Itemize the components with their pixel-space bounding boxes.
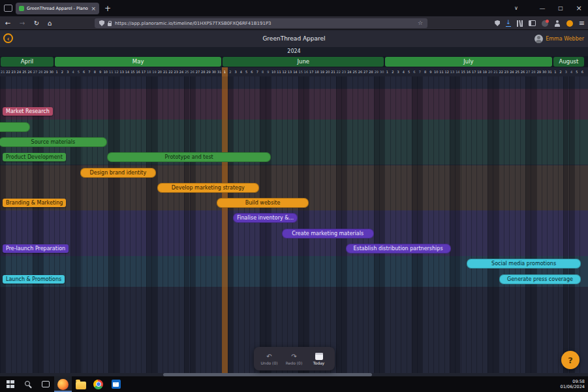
task-bar[interactable]: Design brand identity (80, 168, 156, 178)
day-label: 29 (536, 67, 542, 76)
app-back-button[interactable]: ‹ (3, 33, 13, 43)
outlook-button[interactable] (107, 376, 125, 392)
task-bar[interactable]: Build website (217, 198, 309, 208)
day-label: 24 (347, 67, 352, 76)
day-column (569, 76, 574, 373)
new-tab-button[interactable]: + (102, 0, 114, 16)
task-bar[interactable]: Source materials (0, 137, 107, 147)
category-label[interactable]: Launch & Promotions (3, 275, 65, 284)
day-label: 4 (401, 67, 406, 76)
day-column (179, 76, 184, 373)
day-label: 31 (217, 67, 222, 76)
forward-button[interactable]: → (16, 16, 29, 30)
downloads-icon[interactable]: ↓ (506, 20, 511, 27)
day-label: 16 (136, 67, 141, 76)
day-label: 2 (59, 67, 65, 76)
start-button[interactable] (1, 376, 19, 392)
day-column (271, 76, 276, 373)
day-column (547, 76, 552, 373)
day-label: 12 (114, 67, 119, 76)
firefox-view-button[interactable] (3, 3, 13, 13)
taskbar-clock[interactable]: 09:58 01/06/2024 (561, 376, 585, 392)
task-bar[interactable]: Generate press coverage (499, 274, 581, 284)
day-label: 2 (390, 67, 395, 76)
day-column (379, 76, 384, 373)
task-bar[interactable]: Prototype and test (107, 152, 271, 162)
day-column (553, 76, 558, 373)
day-column (70, 76, 76, 373)
day-column (174, 76, 179, 373)
task-bar[interactable]: Establish distribution partnerships (346, 244, 451, 253)
day-label: 2 (228, 67, 233, 76)
day-label: 3 (563, 67, 568, 76)
tab-close-icon[interactable]: × (91, 5, 96, 12)
task-view-icon (42, 381, 50, 387)
menu-icon[interactable]: ≡ (579, 20, 585, 27)
day-label: 10 (433, 67, 439, 76)
window-minimize-button[interactable]: — (533, 0, 551, 16)
month-header-april: April (1, 57, 54, 67)
day-label: 15 (298, 67, 303, 76)
day-label: 16 (466, 67, 471, 76)
sidebar-toggle-icon[interactable] (529, 20, 536, 26)
day-label: 27 (525, 67, 531, 76)
user-menu[interactable]: Emma Webber (534, 30, 584, 47)
clock-time: 09:58 (572, 380, 585, 384)
task-view-button[interactable] (37, 376, 54, 392)
reload-button[interactable]: ↻ (30, 16, 43, 30)
day-label: 8 (92, 67, 97, 76)
day-column (211, 76, 217, 373)
task-bar[interactable] (0, 122, 30, 132)
day-label: 24 (509, 67, 514, 76)
undo-button[interactable]: ↶ Undo (0) (258, 348, 281, 369)
day-column (358, 76, 363, 373)
search-button[interactable] (19, 376, 37, 392)
url-bar[interactable]: https://app.planoramic.io/timeline/01HXP… (95, 18, 427, 28)
category-label[interactable]: Pre-launch Preparation (3, 244, 69, 253)
browser-tab[interactable]: GreenThread Apparel - Planora... × (16, 3, 99, 14)
help-button[interactable]: ? (561, 351, 580, 369)
day-column (390, 76, 395, 373)
task-bar[interactable]: Create marketing materials (282, 229, 374, 238)
extension-red-badge-icon[interactable] (542, 20, 548, 27)
day-label: 4 (70, 67, 76, 76)
day-column (11, 76, 16, 373)
category-label[interactable]: Product Development (3, 153, 66, 161)
extension-orange-icon[interactable] (566, 20, 573, 27)
window-maximize-button[interactable]: □ (551, 0, 570, 16)
day-column (363, 76, 368, 373)
back-button[interactable]: ← (1, 16, 14, 30)
day-column (509, 76, 514, 373)
today-button[interactable]: Today (307, 348, 331, 369)
home-button[interactable]: ⌂ (43, 16, 56, 30)
day-column (336, 76, 341, 373)
account-icon[interactable] (554, 20, 561, 27)
day-column (525, 76, 531, 373)
category-label[interactable]: Market Research (3, 107, 53, 116)
day-column (471, 76, 476, 373)
day-label: 25 (22, 67, 27, 76)
day-label: 12 (444, 67, 450, 76)
day-column (455, 76, 460, 373)
day-label: 19 (482, 67, 487, 76)
window-close-button[interactable]: × (570, 0, 588, 16)
timeline-day-header: 2122232425262728293012345678910111213141… (0, 67, 588, 76)
chrome-button[interactable] (89, 376, 107, 392)
bottom-toolbar: ↶ Undo (0) ↷ Redo (0) Today (254, 347, 335, 370)
tab-overflow-button[interactable]: ∨ (507, 0, 525, 16)
bookmark-star-icon[interactable]: ☆ (418, 20, 423, 26)
task-bar[interactable]: Social media promotions (467, 259, 580, 269)
library-icon[interactable] (517, 20, 523, 27)
category-label[interactable]: Branding & Marketing (3, 199, 66, 207)
url-text[interactable]: https://app.planoramic.io/timeline/01HXP… (115, 21, 414, 26)
task-bar[interactable]: Finalise inventory &... (233, 213, 298, 223)
app-header: GreenThread Apparel ‹ Emma Webber (0, 30, 588, 47)
permissions-shield-icon[interactable] (495, 20, 500, 26)
file-explorer-button[interactable] (72, 376, 89, 392)
task-bar[interactable]: Develop marketing strategy (157, 183, 259, 193)
firefox-taskbar-button[interactable] (54, 376, 72, 392)
tracking-shield-icon[interactable] (99, 20, 104, 26)
redo-button[interactable]: ↷ Redo (0) (283, 348, 306, 369)
day-column (439, 76, 444, 373)
day-column (461, 76, 466, 373)
